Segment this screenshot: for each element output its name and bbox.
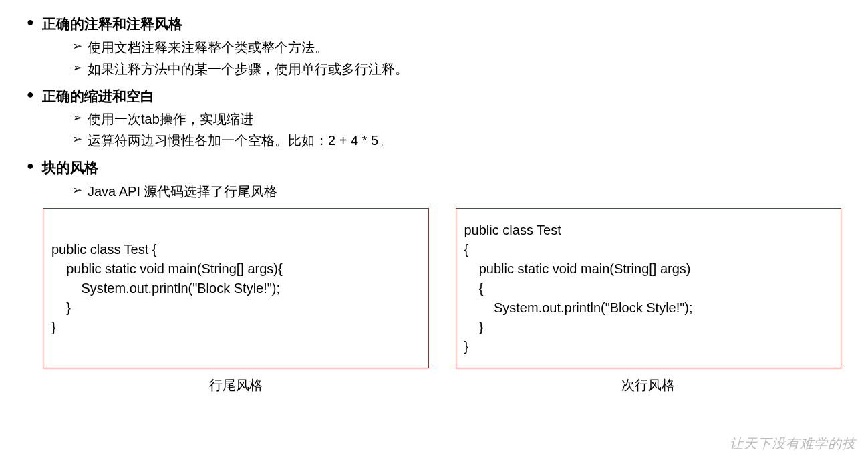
bullet-dot-icon: ● — [27, 86, 34, 104]
bullet-title: 正确的注释和注释风格 — [42, 13, 182, 35]
bullet-dot-icon: ● — [27, 157, 34, 175]
bullet-title: 块的风格 — [42, 157, 98, 179]
arrow-icon: ➢ — [72, 109, 82, 127]
sub-item: ➢ Java API 源代码选择了行尾风格 — [72, 181, 841, 201]
bullet-title: 正确的缩进和空白 — [42, 86, 154, 107]
arrow-icon: ➢ — [72, 181, 82, 199]
sub-item: ➢ 使用文档注释来注释整个类或整个方法。 — [72, 37, 841, 57]
sub-item: ➢ 运算符两边习惯性各加一个空格。比如：2 + 4 * 5。 — [72, 130, 841, 150]
sub-item: ➢ 使用一次tab操作，实现缩进 — [72, 109, 841, 129]
sub-text: 使用文档注释来注释整个类或整个方法。 — [88, 37, 328, 57]
code-examples-row: public class Test { public static void m… — [27, 208, 841, 395]
sub-list: ➢ Java API 源代码选择了行尾风格 — [27, 181, 841, 201]
sub-list: ➢ 使用文档注释来注释整个类或整个方法。 ➢ 如果注释方法中的某一个步骤，使用单… — [27, 37, 841, 79]
code-column-nextline: public class Test { public static void m… — [456, 208, 842, 395]
code-caption-nextline: 次行风格 — [621, 375, 675, 395]
sub-item: ➢ 如果注释方法中的某一个步骤，使用单行或多行注释。 — [72, 59, 841, 79]
code-box-nextline: public class Test { public static void m… — [456, 208, 842, 368]
main-bullet-list: ● 正确的注释和注释风格 ➢ 使用文档注释来注释整个类或整个方法。 ➢ 如果注释… — [27, 13, 841, 201]
sub-text: 如果注释方法中的某一个步骤，使用单行或多行注释。 — [88, 59, 408, 79]
arrow-icon: ➢ — [72, 37, 82, 55]
bullet-item-comments: ● 正确的注释和注释风格 ➢ 使用文档注释来注释整个类或整个方法。 ➢ 如果注释… — [27, 13, 841, 79]
sub-text: 使用一次tab操作，实现缩进 — [88, 109, 253, 129]
bullet-item-indent: ● 正确的缩进和空白 ➢ 使用一次tab操作，实现缩进 ➢ 运算符两边习惯性各加… — [27, 86, 841, 151]
code-column-endofline: public class Test { public static void m… — [43, 208, 429, 395]
code-caption-endofline: 行尾风格 — [209, 375, 263, 395]
sub-text: 运算符两边习惯性各加一个空格。比如：2 + 4 * 5。 — [88, 130, 392, 150]
sub-list: ➢ 使用一次tab操作，实现缩进 ➢ 运算符两边习惯性各加一个空格。比如：2 +… — [27, 109, 841, 150]
arrow-icon: ➢ — [72, 59, 82, 77]
arrow-icon: ➢ — [72, 130, 82, 148]
sub-text: Java API 源代码选择了行尾风格 — [88, 181, 278, 201]
bullet-item-block-style: ● 块的风格 ➢ Java API 源代码选择了行尾风格 — [27, 157, 841, 201]
bullet-dot-icon: ● — [27, 13, 34, 31]
code-box-endofline: public class Test { public static void m… — [43, 208, 429, 368]
